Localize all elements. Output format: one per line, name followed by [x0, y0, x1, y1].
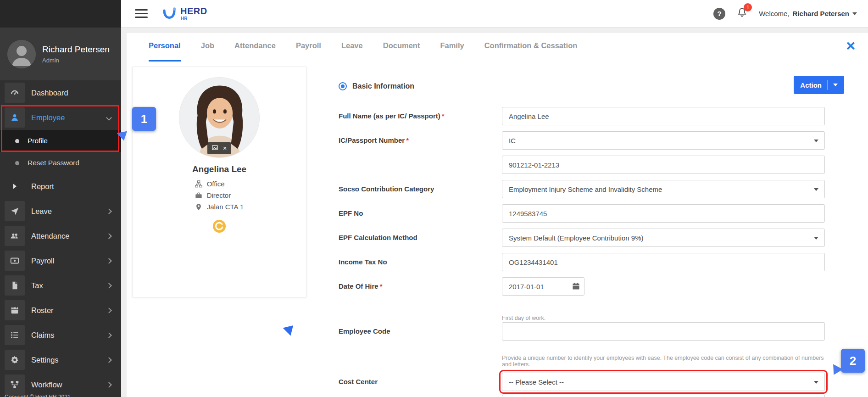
- full-name-input[interactable]: [502, 107, 825, 125]
- sidebar-item-claims[interactable]: Claims: [0, 323, 121, 347]
- sidebar-item-dashboard[interactable]: Dashboard: [0, 80, 121, 105]
- chevron-down-icon: [814, 237, 818, 240]
- sidebar-user-role: Admin: [42, 57, 110, 64]
- cost-center-select[interactable]: -- Please Select --: [502, 373, 825, 391]
- section-title: Basic Information: [352, 82, 414, 90]
- tab-bar: Personal Job Attendance Payroll Leave Do…: [127, 33, 868, 62]
- sidebar-subitem-reset-password[interactable]: Reset Password: [0, 152, 121, 174]
- calendar-icon[interactable]: [572, 282, 580, 290]
- epf-method-select[interactable]: System Default (Employee Contribution 9%…: [502, 229, 825, 247]
- copyright-text: Copyright © Herd HR 2021: [5, 394, 71, 397]
- sidebar-item-label: Roster: [31, 306, 54, 315]
- field-label-epf-method: EPF Calculation Method: [339, 229, 502, 241]
- hamburger-menu-icon[interactable]: [135, 9, 148, 18]
- section-radio-icon: [339, 82, 347, 90]
- sidebar-subitem-label: Profile: [28, 137, 48, 145]
- sidebar-item-report[interactable]: Report: [0, 174, 121, 199]
- tab-payroll[interactable]: Payroll: [296, 41, 321, 62]
- select-value: Employment Injury Scheme and Invalidity …: [509, 185, 662, 193]
- chevron-down-icon: [814, 188, 818, 191]
- chevron-down-icon: [852, 12, 857, 15]
- chevron-down-icon: [833, 84, 838, 86]
- sidebar-item-tax[interactable]: Tax: [0, 273, 121, 298]
- sidebar-item-workflow[interactable]: Workflow: [0, 372, 121, 397]
- chevron-right-icon: [106, 382, 112, 388]
- socso-category-select[interactable]: Employment Injury Scheme and Invalidity …: [502, 180, 825, 198]
- sidebar-top-corner: [0, 0, 121, 28]
- app-logo: HERD HR: [161, 6, 207, 22]
- sidebar-menu: Dashboard Employee Profile Reset Passwor…: [0, 80, 121, 397]
- tab-document[interactable]: Document: [383, 41, 420, 62]
- notifications-button[interactable]: 1: [736, 7, 748, 20]
- field-label-employee-code: Employee Code: [339, 322, 502, 335]
- remove-photo-icon[interactable]: ×: [223, 145, 227, 151]
- change-photo-icon[interactable]: [212, 144, 218, 152]
- sidebar-item-label: Attendance: [31, 232, 69, 240]
- required-mark: *: [442, 112, 445, 120]
- tab-confirmation-cessation[interactable]: Confirmation & Cessation: [484, 41, 578, 62]
- employee-details: Office Director Jalan CTA 1: [195, 180, 244, 211]
- detail-position: Director: [195, 191, 231, 199]
- user-menu[interactable]: Welcome, Richard Petersen: [759, 10, 857, 17]
- ic-number-input[interactable]: [502, 156, 825, 174]
- employee-code-input[interactable]: [502, 322, 825, 341]
- tab-leave[interactable]: Leave: [341, 41, 363, 62]
- ic-passport-type-select[interactable]: IC: [502, 131, 825, 150]
- sidebar-item-roster[interactable]: Roster: [0, 298, 121, 323]
- detail-label: Director: [207, 191, 231, 199]
- field-label-cost-center: Cost Center: [339, 373, 502, 386]
- sidebar-item-label: Settings: [31, 356, 59, 364]
- chevron-right-icon: [106, 283, 112, 289]
- welcome-prefix: Welcome,: [759, 10, 789, 17]
- tab-job[interactable]: Job: [201, 41, 214, 62]
- chevron-right-icon: [106, 332, 112, 338]
- chevron-down-icon: [106, 115, 112, 121]
- button-divider: [827, 80, 828, 90]
- sidebar-item-payroll[interactable]: Payroll: [0, 248, 121, 273]
- detail-label: Office: [207, 180, 225, 188]
- status-icon[interactable]: [213, 220, 226, 235]
- detail-office: Office: [195, 180, 225, 188]
- location-pin-icon: [195, 203, 202, 211]
- content-background: Personal Job Attendance Payroll Leave Do…: [121, 28, 868, 397]
- sidebar-item-label: Dashboard: [31, 89, 68, 97]
- income-tax-input[interactable]: [502, 253, 825, 271]
- calendar-icon: [5, 300, 25, 320]
- tab-attendance[interactable]: Attendance: [234, 41, 276, 62]
- sidebar-item-label: Workflow: [31, 380, 62, 389]
- employee-summary-card: × Angelina Lee Office Director: [132, 67, 306, 297]
- sidebar-item-settings[interactable]: Settings: [0, 347, 121, 372]
- briefcase-icon: [195, 192, 202, 199]
- tab-family[interactable]: Family: [440, 41, 464, 62]
- photo-controls: ×: [207, 142, 231, 154]
- bullet-dot-icon: [15, 161, 19, 165]
- employee-icon: [5, 107, 25, 128]
- main-area: HERD HR ? 1 Welcome, Richard Petersen: [121, 0, 868, 397]
- sidebar-item-attendance[interactable]: Attendance: [0, 224, 121, 248]
- brand-subname: HR: [181, 17, 207, 21]
- topbar-user-name: Richard Petersen: [793, 10, 849, 17]
- epf-no-input[interactable]: [502, 204, 825, 223]
- sidebar-item-leave[interactable]: Leave: [0, 199, 121, 224]
- notification-badge: 1: [744, 3, 752, 11]
- sidebar-subitem-profile[interactable]: Profile: [0, 130, 121, 152]
- avatar: [7, 40, 36, 68]
- action-button[interactable]: Action: [794, 76, 844, 94]
- field-label-income-tax: Income Tax No: [339, 253, 502, 266]
- required-mark: *: [406, 136, 409, 144]
- sidebar-user-panel: Richard Petersen Admin: [0, 28, 121, 80]
- required-mark: *: [380, 282, 383, 290]
- help-icon[interactable]: ?: [713, 8, 725, 20]
- next-field-partial: [502, 395, 825, 397]
- field-label-date-of-hire: Date Of Hire*: [339, 277, 502, 290]
- chevron-right-icon: [106, 357, 112, 363]
- close-icon[interactable]: ×: [846, 38, 855, 53]
- sidebar-subitem-label: Reset Password: [28, 159, 79, 167]
- payroll-icon: [5, 251, 25, 271]
- chevron-right-icon: [106, 233, 112, 239]
- logo-smile-icon: [161, 6, 177, 22]
- tab-personal[interactable]: Personal: [149, 41, 181, 62]
- profile-content: × Angelina Lee Office Director: [127, 62, 868, 397]
- sidebar-item-employee[interactable]: Employee: [0, 105, 121, 130]
- people-icon: [5, 226, 25, 246]
